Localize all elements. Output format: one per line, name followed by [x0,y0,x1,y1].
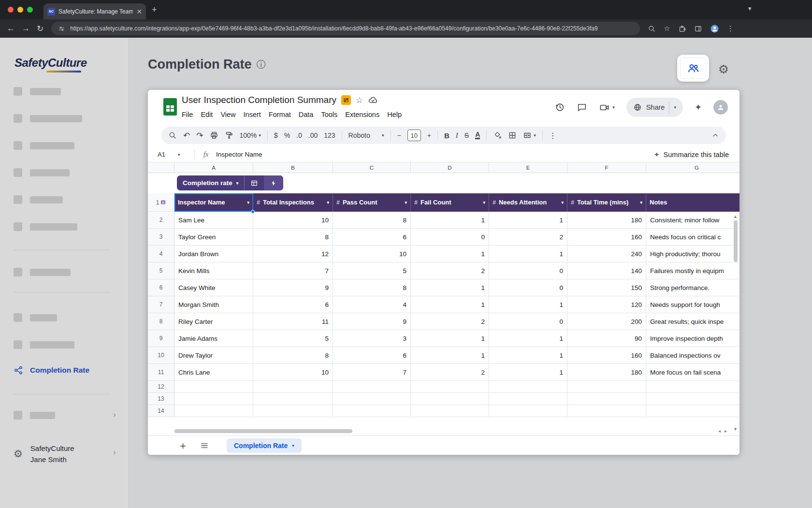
row-header-5[interactable]: 5 [148,262,174,279]
cell[interactable]: 7 [333,364,411,381]
cell[interactable]: Taylor Green [174,229,253,246]
header-cell-needs-attention[interactable]: #Needs Attention▾ [489,193,567,212]
row-header-4[interactable]: 4 [148,246,174,262]
manage-teams-button[interactable] [680,58,706,79]
cell[interactable]: 150 [567,279,646,296]
cell[interactable] [333,381,411,393]
cell[interactable]: 1 [411,212,489,229]
cell[interactable]: 90 [567,330,646,347]
font-select[interactable]: Roboto▾ [348,131,384,139]
print-icon[interactable] [210,131,218,140]
cell[interactable]: 8 [253,229,333,246]
menu-help[interactable]: Help [383,109,406,120]
cell[interactable]: 0 [411,229,489,246]
decrease-decimal-button[interactable]: .0 [296,131,302,139]
forward-icon[interactable]: → [22,24,30,33]
add-sheet-icon[interactable]: ＋ [178,439,188,452]
window-minimize-button[interactable] [17,7,23,13]
row-header-12[interactable]: 12 [148,381,174,393]
cell[interactable]: Casey White [174,279,253,296]
cell[interactable]: Strong performance. [646,279,740,296]
cell[interactable]: 0 [489,262,567,279]
cell[interactable]: 6 [333,347,411,364]
header-cell-total-inspections[interactable]: #Total Inspections▾ [253,193,333,212]
bold-button[interactable]: B [444,131,450,140]
undo-icon[interactable]: ↶ [183,131,190,141]
header-cell-total-time-mins[interactable]: #Total Time (mins)▾ [567,193,646,212]
cell[interactable]: 120 [567,296,646,313]
cell[interactable]: Jordan Brown [174,246,253,262]
cell[interactable]: 0 [489,279,567,296]
horizontal-scroll-thumb[interactable] [174,429,352,433]
scroll-right-icon[interactable]: ▸ [725,428,727,434]
cell[interactable]: Chris Lane [174,364,253,381]
cell[interactable]: Sam Lee [174,212,253,229]
comments-icon[interactable] [577,102,587,113]
cell[interactable]: 7 [253,262,333,279]
row-header-6[interactable]: 6 [148,279,174,296]
menu-data[interactable]: Data [295,109,318,120]
cell[interactable] [253,405,333,417]
search-icon[interactable] [168,131,177,140]
cell[interactable]: Riley Carter [174,313,253,330]
column-header-D[interactable]: D [411,162,489,173]
cell[interactable]: 0 [489,313,567,330]
cell[interactable] [333,405,411,417]
cell[interactable] [567,393,646,405]
window-zoom-button[interactable] [27,7,33,13]
zoom-icon[interactable] [648,25,656,33]
new-tab-button[interactable]: + [152,5,157,15]
row-header-11[interactable]: 11 [148,364,174,381]
cell[interactable] [333,393,411,405]
tab-close-icon[interactable]: ✕ [136,8,142,15]
side-panel-icon[interactable] [694,25,702,33]
cell[interactable]: 1 [489,246,567,262]
sheet-tab-completion-rate[interactable]: Completion Rate ▾ [227,438,302,453]
meet-button[interactable]: ▾ [599,102,615,113]
cell[interactable]: 8 [333,212,411,229]
cell[interactable]: 1 [411,330,489,347]
site-info-icon[interactable] [58,25,65,32]
cell[interactable] [253,381,333,393]
cell[interactable]: Drew Taylor [174,347,253,364]
name-box[interactable]: A1 ▾ [148,151,194,158]
select-all-corner[interactable] [148,162,174,173]
vertical-scroll-thumb[interactable] [734,220,738,262]
decrease-font-size-button[interactable]: − [397,131,401,139]
scroll-left-icon[interactable]: ◂ [718,428,721,434]
cell[interactable]: 160 [567,229,646,246]
header-cell-fail-count[interactable]: #Fail Count▾ [411,193,489,212]
column-dropdown-icon[interactable]: ▾ [561,200,564,205]
connected-table-chip[interactable]: Completion rate ▾ [177,175,283,190]
row-header-2[interactable]: 2 [148,212,174,229]
italic-button[interactable]: I [456,131,458,140]
share-dropdown-icon[interactable]: ▾ [674,105,676,110]
user-avatar[interactable] [713,100,728,115]
cell[interactable]: 160 [567,347,646,364]
header-cell-notes[interactable]: Notes [646,193,740,212]
cell[interactable]: 12 [253,246,333,262]
cell[interactable] [489,393,567,405]
chip-dropdown-icon[interactable]: ▾ [236,181,239,186]
cell[interactable]: 8 [253,347,333,364]
back-icon[interactable]: ← [7,24,15,33]
restricted-badge-icon[interactable] [341,95,351,105]
cell[interactable]: 9 [253,279,333,296]
increase-decimal-button[interactable]: .00 [308,131,318,139]
cell[interactable]: 1 [411,296,489,313]
tab-search-icon[interactable]: ▾ [748,5,752,12]
cell[interactable]: High productivity; thorou [646,246,740,262]
cell[interactable]: Morgan Smith [174,296,253,313]
cell[interactable]: 9 [333,313,411,330]
redo-icon[interactable]: ↷ [196,131,203,141]
cell[interactable]: 4 [333,296,411,313]
cell[interactable]: 140 [567,262,646,279]
browser-tab[interactable]: SC SafetyCulture: Manage Teams and... ✕ [44,3,146,19]
cell[interactable]: 180 [567,364,646,381]
cell[interactable]: 1 [411,246,489,262]
cell[interactable]: 10 [253,212,333,229]
sheet-tab-menu-icon[interactable]: ▾ [292,443,294,448]
column-header-G[interactable]: G [646,162,740,173]
vertical-scrollbar[interactable]: ▲ ▼ [733,214,738,432]
header-cell-inspector-name[interactable]: Inspector Name▾ [174,193,253,212]
